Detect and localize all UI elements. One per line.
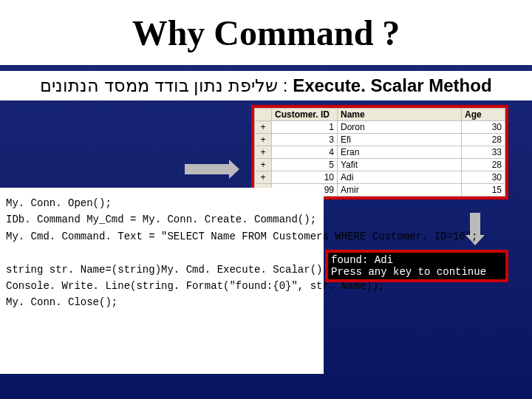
code-panel: My. Conn. Open(); IDb. Command My_Cmd = … (0, 188, 324, 374)
cell-id: 4 (272, 146, 338, 159)
header-customer-id: Customer. ID (272, 109, 338, 121)
output-line: Press any key to continue (331, 266, 486, 278)
expand-icon: + (255, 146, 272, 159)
slide: Why Command ? שליפת נתון בודד ממסד הנתונ… (0, 0, 532, 399)
table-row: + 5 Yafit 28 (255, 159, 505, 171)
cell-age: 15 (462, 184, 505, 197)
cell-id: 3 (272, 134, 338, 146)
table-row: + 1 Doron 30 (255, 121, 505, 134)
expand-icon: + (255, 159, 272, 171)
console-output-panel: found: Adi Press any key to continue (325, 250, 508, 282)
subtitle: שליפת נתון בודד ממסד הנתונים : Execute. … (40, 75, 491, 96)
cell-name: Doron (338, 121, 462, 134)
subtitle-band: שליפת נתון בודד ממסד הנתונים : Execute. … (0, 71, 532, 100)
title-band: Why Command ? (0, 0, 532, 65)
expand-icon: + (255, 121, 272, 134)
cell-name: Efi (338, 134, 462, 146)
code-line: My. Conn. Close(); (6, 296, 117, 308)
cell-age: 33 (462, 146, 505, 159)
cell-id: 1 (272, 121, 338, 134)
cell-name: Amir (338, 184, 462, 197)
code-line: My. Cmd. Command. Text = "SELECT Name FR… (6, 231, 478, 242)
expand-icon: + (255, 134, 272, 146)
code-line: string str. Name=(string)My. Cmd. Execut… (6, 264, 329, 276)
subtitle-method: Execute. Scalar Method (293, 75, 491, 95)
cell-name: Yafit (338, 159, 462, 171)
code-line: My. Conn. Open(); (6, 197, 112, 209)
arrow-right-icon (185, 164, 229, 174)
header-age: Age (462, 109, 505, 121)
table-header-row: Customer. ID Name Age (255, 109, 505, 121)
table-row: + 4 Eran 33 (255, 146, 505, 159)
expand-icon: + (255, 171, 272, 184)
cell-age: 30 (462, 121, 505, 134)
cell-name: Eran (338, 146, 462, 159)
cell-age: 30 (462, 171, 505, 184)
customers-table: Customer. ID Name Age + 1 Doron 30 + 3 E… (254, 108, 505, 197)
table-row: + 3 Efi 28 (255, 134, 505, 146)
code-line: IDb. Command My_Cmd = My. Conn. Create. … (6, 214, 316, 225)
table-row: + 10 Adi 30 (255, 171, 505, 184)
header-name: Name (338, 109, 462, 121)
cell-age: 28 (462, 159, 505, 171)
customers-table-panel: Customer. ID Name Age + 1 Doron 30 + 3 E… (251, 105, 508, 200)
output-line: found: Adi (331, 254, 393, 266)
cell-age: 28 (462, 134, 505, 146)
header-expand (255, 109, 272, 121)
page-title: Why Command ? (132, 13, 400, 53)
subtitle-hebrew: שליפת נתון בודד ממסד הנתונים (40, 75, 278, 95)
cell-id: 5 (272, 159, 338, 171)
cell-id: 10 (272, 171, 338, 184)
cell-name: Adi (338, 171, 462, 184)
